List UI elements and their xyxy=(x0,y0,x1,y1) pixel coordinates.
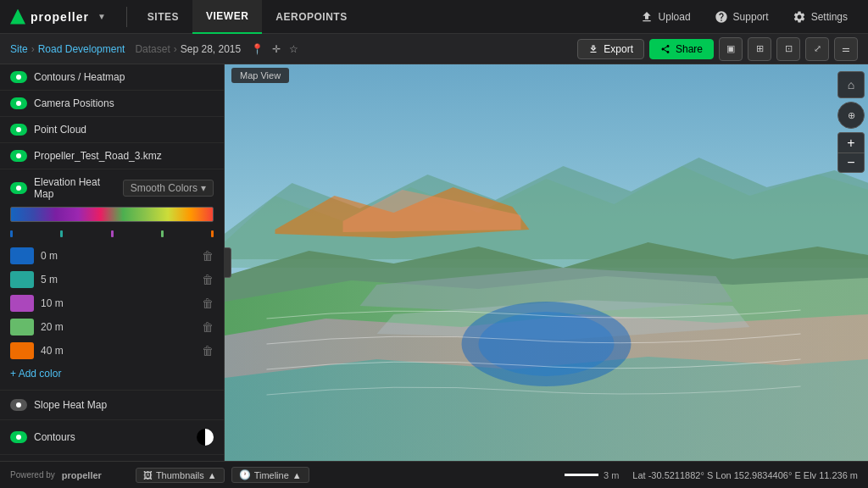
bottom-right: 3 m Lat -30.5211882° S Lon 152.9834406° … xyxy=(565,470,858,480)
color-stop-0: 0 m 🗑 xyxy=(10,244,214,268)
gradient-bar xyxy=(10,207,214,222)
delete-stop-3[interactable]: 🗑 xyxy=(202,320,214,334)
add-color-button[interactable]: + Add color xyxy=(10,363,214,383)
smooth-colors-button[interactable]: Smooth Colors ▾ xyxy=(123,180,214,197)
zoom-group: + − xyxy=(837,132,865,173)
thumbnails-button[interactable]: 🖼 Thumbnails ▲ xyxy=(136,468,225,483)
timeline-button[interactable]: 🕐 Timeline ▲ xyxy=(231,467,309,483)
powered-by-logo: propeller xyxy=(62,470,102,480)
support-button[interactable]: Support xyxy=(704,6,779,28)
share-button[interactable]: Share xyxy=(649,39,714,59)
scale-bar: 3 m xyxy=(565,470,619,480)
elevation-section: Elevation Heat Map Smooth Colors ▾ 0 m 🗑 xyxy=(0,169,224,391)
toggle-slope[interactable] xyxy=(10,399,27,411)
options-btn[interactable]: ⚌ xyxy=(834,37,858,61)
swatch-1[interactable] xyxy=(10,271,34,288)
layout-3-btn[interactable]: ⊡ xyxy=(776,37,800,61)
swatch-0[interactable] xyxy=(10,247,34,264)
crosshair-icon[interactable]: ✛ xyxy=(272,43,281,55)
logo[interactable]: propeller ▼ xyxy=(10,9,106,25)
major-value: 2 m xyxy=(115,460,133,461)
sub-nav: Site › Road Development Dataset › Sep 28… xyxy=(0,34,868,64)
powered-by-label: Powered by xyxy=(10,470,55,480)
camera-label: Camera Positions xyxy=(34,97,214,109)
kmz-label: Propeller_Test_Road_3.kmz xyxy=(34,150,214,162)
major-label: Major xyxy=(83,460,108,461)
contours-values-row: Minor .3 m Major 2 m xyxy=(0,455,224,461)
sidebar-item-contours[interactable]: Contours / Heatmap xyxy=(0,64,224,91)
toggle-contours-layer[interactable] xyxy=(10,431,27,443)
terrain-visualization xyxy=(225,64,868,461)
bottom-bar: Powered by propeller 🖼 Thumbnails ▲ 🕐 Ti… xyxy=(0,461,868,488)
marker-1 xyxy=(60,230,63,237)
toggle-camera[interactable] xyxy=(10,97,27,109)
upload-button[interactable]: Upload xyxy=(630,6,701,28)
contours-section-label: Contours xyxy=(34,431,190,443)
sidebar-item-contours-toggle[interactable]: Contours xyxy=(0,420,224,455)
coordinates-display: Lat -30.5211882° S Lon 152.9834406° E El… xyxy=(632,470,858,480)
toggle-elevation[interactable] xyxy=(10,182,27,194)
sidebar-item-pointcloud[interactable]: Point Cloud xyxy=(0,117,224,143)
marker-2 xyxy=(111,230,114,237)
home-button[interactable]: ⌂ xyxy=(837,71,865,98)
compass-button[interactable]: ⊕ xyxy=(837,102,865,129)
nav-divider-1 xyxy=(126,7,127,27)
question-icon xyxy=(715,10,728,24)
color-stop-1: 5 m 🗑 xyxy=(10,268,214,291)
star-icon[interactable]: ☆ xyxy=(289,43,298,55)
slope-label: Slope Heat Map xyxy=(34,399,214,411)
scale-value: 3 m xyxy=(604,470,619,480)
layout-1-btn[interactable]: ▣ xyxy=(719,37,743,61)
location-icon[interactable]: 📍 xyxy=(251,43,264,55)
sidebar: Contours / Heatmap Camera Positions Poin… xyxy=(0,64,225,461)
layout-2-btn[interactable]: ⊞ xyxy=(748,37,771,61)
fullscreen-btn[interactable]: ⤢ xyxy=(805,37,829,61)
nav-aeropoints[interactable]: AEROPOINTS xyxy=(262,0,360,34)
photo-icon: 🖼 xyxy=(143,470,153,480)
breadcrumb: Site › Road Development Dataset › Sep 28… xyxy=(10,43,298,55)
logo-text: propeller xyxy=(31,10,89,24)
gradient-markers xyxy=(10,230,214,237)
toggle-contours[interactable] xyxy=(10,71,27,83)
zoom-out-button[interactable]: − xyxy=(837,152,865,173)
dropdown-arrow-icon: ▾ xyxy=(201,182,206,194)
logo-dropdown-arrow[interactable]: ▼ xyxy=(97,12,106,21)
nav-viewer[interactable]: VIEWER xyxy=(192,0,262,34)
minor-value: .3 m xyxy=(42,460,63,461)
minor-label: Minor xyxy=(10,460,36,461)
zoom-in-button[interactable]: + xyxy=(837,132,865,152)
contrast-button[interactable] xyxy=(197,429,214,446)
upload-icon xyxy=(640,10,654,24)
toggle-kmz[interactable] xyxy=(10,150,27,162)
breadcrumb-site-label[interactable]: Site xyxy=(10,43,28,55)
contours-label: Contours / Heatmap xyxy=(34,71,214,83)
breadcrumb-site-name[interactable]: Road Development xyxy=(38,43,125,55)
delete-stop-2[interactable]: 🗑 xyxy=(202,297,214,310)
map-area[interactable]: Map View ‹ ⌂ ⊕ + − xyxy=(225,64,868,461)
map-right-tools: ⌂ ⊕ + − xyxy=(837,71,865,173)
sidebar-item-camera[interactable]: Camera Positions xyxy=(0,91,224,117)
delete-stop-1[interactable]: 🗑 xyxy=(202,273,214,286)
nav-sites[interactable]: SITES xyxy=(134,0,192,34)
timeline-arrow: ▲ xyxy=(292,470,302,480)
elevation-label: Elevation Heat Map xyxy=(34,176,116,200)
main-layout: Contours / Heatmap Camera Positions Poin… xyxy=(0,64,868,461)
toggle-pointcloud[interactable] xyxy=(10,124,27,136)
sidebar-item-kmz[interactable]: Propeller_Test_Road_3.kmz xyxy=(0,143,224,169)
sidebar-item-slope[interactable]: Slope Heat Map xyxy=(0,391,224,420)
bottom-left: Powered by propeller xyxy=(10,470,102,480)
export-button[interactable]: Export xyxy=(577,39,644,59)
swatch-2[interactable] xyxy=(10,295,34,312)
marker-3 xyxy=(161,230,164,237)
swatch-4[interactable] xyxy=(10,342,34,359)
marker-0 xyxy=(10,230,13,237)
color-stop-4: 40 m 🗑 xyxy=(10,339,214,363)
thumbnails-arrow: ▲ xyxy=(208,470,217,480)
collapse-sidebar-button[interactable]: ‹ xyxy=(225,247,231,278)
swatch-3[interactable] xyxy=(10,319,34,336)
delete-stop-0[interactable]: 🗑 xyxy=(202,249,214,263)
settings-button[interactable]: Settings xyxy=(782,6,858,28)
map-view-label: Map View xyxy=(231,68,289,83)
delete-stop-4[interactable]: 🗑 xyxy=(202,344,214,358)
nav-right-actions: Upload Support Settings xyxy=(630,6,858,28)
